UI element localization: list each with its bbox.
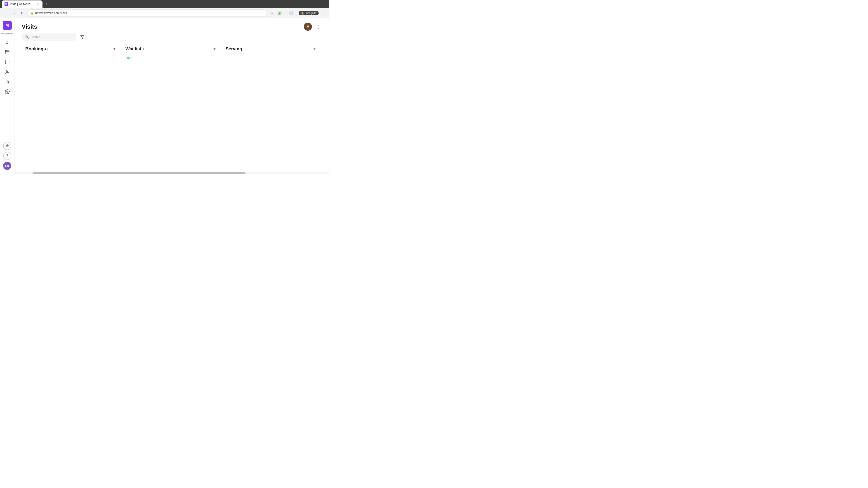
sidebar-item-settings[interactable]	[3, 87, 12, 96]
svg-point-4	[6, 70, 8, 72]
analytics-icon	[5, 79, 10, 84]
tab-bar: W Visits | Waitwhile ✕ +	[0, 0, 329, 8]
user-avatar-sidebar[interactable]: LD	[3, 162, 11, 170]
help-icon: ?	[6, 154, 8, 158]
filter-button[interactable]	[79, 33, 86, 41]
app-logo[interactable]: M	[3, 21, 12, 30]
sidebar-item-analytics[interactable]	[3, 77, 12, 86]
bolt-icon	[5, 144, 9, 148]
search-box[interactable]: 🔍 Search	[22, 33, 76, 41]
bookings-add-button[interactable]: +	[111, 45, 118, 53]
url-text: new.waitwhile.com/visits	[35, 11, 67, 15]
sidebar-item-help[interactable]: ?	[3, 152, 11, 160]
serving-add-button[interactable]: +	[311, 45, 318, 53]
svg-marker-10	[81, 35, 84, 39]
settings-icon	[5, 89, 10, 94]
page-title: Visits	[22, 23, 37, 30]
waitlist-column-header: Waitlist › +	[125, 43, 218, 56]
serving-column: Serving › +	[222, 43, 322, 172]
waitlist-add-button[interactable]: +	[211, 45, 218, 53]
columns-area: Bookings › + Waitlist › + Open	[14, 43, 329, 172]
incognito-icon: 🕵	[301, 11, 304, 15]
page-header: Visits M ⋮	[14, 18, 329, 31]
back-button[interactable]: ←	[3, 10, 9, 16]
account-name: Moodjoy7434	[1, 33, 13, 35]
forward-button[interactable]: →	[11, 10, 17, 16]
lock-icon: 🔒	[31, 11, 34, 15]
header-actions: M ⋮	[304, 23, 322, 31]
main-content: Visits M ⋮ 🔍 Search	[14, 18, 329, 174]
home-icon: ⌂	[6, 39, 8, 45]
svg-marker-9	[6, 144, 8, 147]
tab-title: Visits | Waitwhile	[10, 2, 30, 6]
bookings-column-title[interactable]: Bookings ›	[25, 46, 49, 52]
scrollbar-thumb[interactable]	[33, 172, 246, 174]
waitlist-title-text: Waitlist	[125, 46, 141, 52]
serving-column-title[interactable]: Serving ›	[225, 46, 245, 52]
bookmark-button[interactable]: ☆	[269, 10, 275, 16]
sidebar-item-integrations[interactable]	[3, 142, 11, 150]
sidebar-item-calendar[interactable]	[3, 47, 12, 57]
active-tab[interactable]: W Visits | Waitwhile ✕	[2, 0, 42, 8]
incognito-badge: 🕵 Incognito	[299, 11, 319, 15]
incognito-label: Incognito	[305, 11, 316, 15]
bookings-column: Bookings › +	[22, 43, 122, 172]
chat-icon	[5, 59, 10, 64]
logo-letter: M	[5, 23, 9, 28]
waitlist-column: Waitlist › + Open	[122, 43, 222, 172]
user-avatar-initial: M	[307, 25, 309, 29]
horizontal-scrollbar[interactable]	[14, 172, 329, 174]
sidebar: M Moodjoy7434 ⌂	[0, 18, 14, 174]
app-layout: M Moodjoy7434 ⌂	[0, 18, 329, 174]
search-icon: 🔍	[25, 35, 29, 39]
split-view-button[interactable]: ⬜	[287, 10, 294, 16]
browser-toolbar: ← → ↻ 🔒 new.waitwhile.com/visits ☆ 🧩 ⬜ 🕵…	[0, 8, 329, 18]
reload-button[interactable]: ↻	[19, 10, 25, 16]
tab-favicon: W	[4, 2, 8, 6]
search-placeholder: Search	[31, 35, 40, 39]
more-options-button[interactable]: ⋮	[315, 23, 322, 30]
toolbar-actions: ☆ 🧩 ⬜ 🕵 Incognito ⋮	[269, 10, 327, 16]
sidebar-item-customers[interactable]	[3, 67, 12, 76]
sidebar-item-messages[interactable]	[3, 57, 12, 66]
calendar-icon	[5, 50, 10, 55]
user-avatar-header[interactable]: M	[304, 23, 312, 31]
extension-button[interactable]: 🧩	[276, 10, 283, 16]
waitlist-column-title[interactable]: Waitlist ›	[125, 46, 144, 52]
filter-icon	[80, 35, 84, 39]
serving-title-text: Serving	[225, 46, 242, 52]
new-tab-button[interactable]: +	[43, 2, 50, 6]
bookings-title-text: Bookings	[25, 46, 46, 52]
user-initials: LD	[5, 164, 9, 168]
people-icon	[5, 69, 10, 74]
waitlist-chevron-icon: ›	[143, 47, 144, 51]
toolbar-row: 🔍 Search	[14, 31, 329, 43]
svg-rect-0	[5, 51, 9, 54]
serving-chevron-icon: ›	[243, 47, 245, 51]
serving-column-header: Serving › +	[225, 43, 318, 56]
sidebar-item-home[interactable]: ⌂	[3, 37, 12, 46]
address-bar[interactable]: 🔒 new.waitwhile.com/visits	[27, 9, 267, 17]
sidebar-bottom: ? LD	[3, 142, 11, 172]
bookings-column-header: Bookings › +	[25, 43, 118, 56]
svg-point-8	[6, 91, 8, 92]
tab-close-button[interactable]: ✕	[37, 2, 40, 6]
toolbar-divider	[285, 11, 285, 15]
menu-button[interactable]: ⋮	[320, 10, 327, 16]
bookings-chevron-icon: ›	[47, 47, 49, 51]
waitlist-status: Open	[125, 56, 218, 60]
